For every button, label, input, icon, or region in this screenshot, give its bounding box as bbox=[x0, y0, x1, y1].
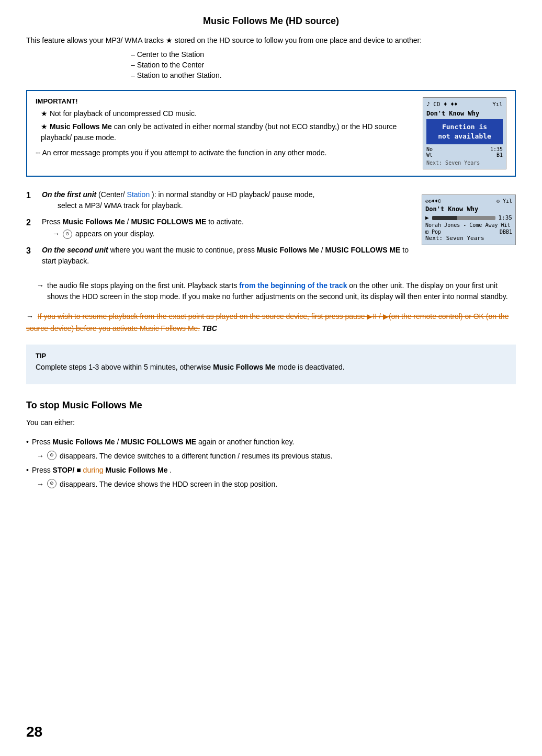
tip-text: Complete steps 1-3 above within 5 minute… bbox=[36, 362, 506, 373]
icon-circle-2: ⊙ bbox=[63, 230, 72, 239]
strikethrough-section: → If you wish to resume playback from th… bbox=[26, 311, 516, 334]
stop-arrow-2: → ⊙ disappears. The device shows the HDD… bbox=[37, 479, 516, 490]
device2-bottom: ⊞ Pop DBB1 bbox=[425, 229, 512, 235]
stop-bullet-1: • Press Music Follows Me / MUSIC FOLLOWS… bbox=[26, 437, 516, 448]
step-2-text: Press Music Follows Me / MUSIC FOLLOWS M… bbox=[42, 216, 411, 239]
stop-intro: You can either: bbox=[26, 417, 516, 428]
list-item: Center to the Station bbox=[131, 50, 516, 59]
important-box: IMPORTANT! Not for playback of uncompres… bbox=[26, 90, 516, 177]
arrow-icon: → bbox=[37, 280, 44, 291]
tip-label: TIP bbox=[36, 352, 506, 360]
important-item: Not for playback of uncompressed CD musi… bbox=[41, 108, 412, 119]
important-label: IMPORTANT! bbox=[36, 97, 412, 105]
stop-arrow-1: → ⊙ disappears. The device switches to a… bbox=[37, 451, 516, 462]
page-title: Music Follows Me (HD source) bbox=[26, 16, 516, 27]
para1-section: → the audio file stops playing on the fi… bbox=[26, 280, 516, 302]
device2-topbar: ⊙⊕♦♦© ⊙ Yıl bbox=[425, 198, 512, 204]
device2-artist: Norah Jones - Come Away Wit bbox=[425, 222, 512, 228]
step-2-sub: → ⊙ appears on your display. bbox=[52, 228, 411, 239]
important-content: IMPORTANT! Not for playback of uncompres… bbox=[36, 97, 412, 158]
device-display-2: ⊙⊕♦♦© ⊙ Yıl Don't Know Why ▶ 1:35 Norah … bbox=[422, 194, 516, 245]
step-1-text: On the first unit (Center/ Station ): in… bbox=[42, 189, 411, 211]
device2-next: Next: Seven Years bbox=[425, 235, 512, 242]
para1-row: → the audio file stops playing on the fi… bbox=[37, 280, 516, 302]
step-1-row: 1 On the first unit (Center/ Station ): … bbox=[26, 189, 411, 211]
list-item: Station to another Station. bbox=[131, 71, 516, 79]
step-2-row: 2 Press Music Follows Me / MUSIC FOLLOWS… bbox=[26, 216, 411, 239]
device-track-title: Don't Know Why bbox=[426, 110, 503, 117]
intro-text: This feature allows your MP3/ WMA tracks… bbox=[26, 35, 516, 46]
device2-title: Don't Know Why bbox=[425, 205, 512, 213]
step-1-num: 1 bbox=[26, 189, 37, 211]
icon-circle-stop2: ⊙ bbox=[47, 479, 57, 488]
tip-box: TIP Complete steps 1-3 above within 5 mi… bbox=[26, 345, 516, 384]
important-item: Music Follows Me can only be activated i… bbox=[41, 121, 412, 143]
important-note: -- An error message prompts you if you a… bbox=[36, 147, 412, 158]
steps-content: 1 On the first unit (Center/ Station ): … bbox=[26, 189, 411, 272]
intro-list: Center to the Station Station to the Cen… bbox=[131, 50, 516, 79]
stop-section-heading: To stop Music Follows Me bbox=[26, 400, 516, 411]
device-topbar: ♪ CD ♦ ♦♦ Yıl bbox=[426, 101, 503, 108]
important-list: Not for playback of uncompressed CD musi… bbox=[36, 108, 412, 143]
page-number: 28 bbox=[26, 724, 42, 740]
list-item: Station to the Center bbox=[131, 61, 516, 69]
stop-bullet-2: • Press STOP/ ■ during Music Follows Me … bbox=[26, 465, 516, 476]
device-display-1: ♪ CD ♦ ♦♦ Yıl Don't Know Why Function is… bbox=[423, 97, 506, 169]
device-bottom2: Wt B1 bbox=[426, 152, 503, 158]
device-bottom: No 1:35 bbox=[426, 146, 503, 152]
strikethrough-text: If you wish to resume playback from the … bbox=[26, 312, 509, 332]
device-next: Next: Seven Years bbox=[426, 160, 503, 166]
step-2-num: 2 bbox=[26, 216, 37, 239]
function-not-available: Function is not available bbox=[426, 119, 503, 144]
step-3-num: 3 bbox=[26, 245, 37, 267]
step-3-text: On the second unit where you want the mu… bbox=[42, 245, 411, 267]
progress-fill bbox=[432, 216, 457, 220]
icon-circle-stop1: ⊙ bbox=[47, 451, 57, 460]
steps-wrapper: 1 On the first unit (Center/ Station ): … bbox=[26, 189, 516, 272]
stop-bullets: • Press Music Follows Me / MUSIC FOLLOWS… bbox=[26, 437, 516, 490]
progress-bar bbox=[432, 216, 495, 220]
step-3-row: 3 On the second unit where you want the … bbox=[26, 245, 411, 267]
tbc-label: TBC bbox=[202, 324, 217, 333]
device2-play: ▶ 1:35 bbox=[425, 214, 512, 221]
